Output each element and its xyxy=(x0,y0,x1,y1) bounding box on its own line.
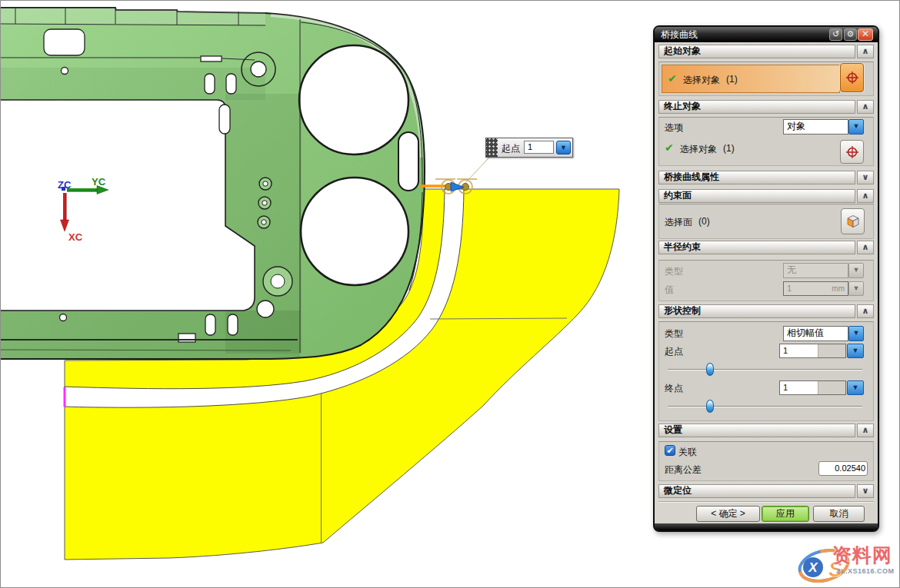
ok-button[interactable]: < 确定 > xyxy=(696,506,760,522)
associative-label: 关联 xyxy=(678,446,697,459)
tolerance-label: 距离公差 xyxy=(665,463,702,477)
end-magnitude-dropdown-button[interactable]: ▼ xyxy=(847,380,864,395)
radius-value-input: 1 mm xyxy=(783,281,848,296)
vent-slot xyxy=(398,132,418,191)
yc-axis-label: YC xyxy=(92,176,106,188)
chevron-up-icon[interactable]: ∧ xyxy=(857,189,874,203)
section-bridge-curve-props[interactable]: 桥接曲线属性 xyxy=(658,171,855,184)
dialog-title: 桥接曲线 xyxy=(661,29,698,40)
associative-checkbox[interactable]: ✔ xyxy=(665,445,675,456)
start-select-button[interactable] xyxy=(840,63,864,92)
check-icon: ✔ xyxy=(665,141,674,154)
close-icon[interactable]: ✕ xyxy=(858,28,873,41)
end-select-button[interactable] xyxy=(840,140,864,164)
end-select-object-count: (1) xyxy=(723,143,735,154)
drag-handle-icon[interactable] xyxy=(486,138,498,157)
tolerance-input[interactable]: 0.02540 xyxy=(818,461,868,476)
end-magnitude-label: 终点 xyxy=(665,382,683,395)
select-face-count: (0) xyxy=(698,216,710,227)
dialog-bottom-frame xyxy=(655,523,878,530)
section-start-object[interactable]: 起始对象 xyxy=(658,45,855,58)
chevron-up-icon[interactable]: ∧ xyxy=(857,304,874,318)
start-magnitude-input[interactable]: 1 xyxy=(779,344,846,358)
watermark: X S 资料网 ZL.XS1616.COM xyxy=(796,541,899,587)
start-point-input[interactable]: 1 xyxy=(524,141,554,154)
chevron-down-icon[interactable]: ∨ xyxy=(857,484,874,498)
check-icon: ✔ xyxy=(668,72,677,85)
speaker-hole-top xyxy=(299,45,408,154)
start-point-dropdown-button[interactable]: ▼ xyxy=(556,141,571,154)
dialog-titlebar[interactable]: 桥接曲线 ↺ ⚙ ✕ xyxy=(655,27,878,42)
svg-text:X: X xyxy=(808,560,818,575)
reset-icon[interactable]: ↺ xyxy=(829,28,842,41)
dropdown-arrow-icon: ▼ xyxy=(848,263,864,278)
cancel-button[interactable]: 取消 xyxy=(813,506,865,522)
chevron-up-icon[interactable]: ∧ xyxy=(857,424,874,437)
floating-start-point-toolbar[interactable]: 起点 1 ▼ xyxy=(485,138,573,158)
start-magnitude-dropdown-button[interactable]: ▼ xyxy=(847,344,864,358)
select-face-button[interactable] xyxy=(841,208,865,234)
chevron-up-icon[interactable]: ∧ xyxy=(857,241,874,254)
section-settings[interactable]: 设置 xyxy=(658,424,855,437)
crosshair-icon xyxy=(845,145,859,159)
chevron-up-icon[interactable]: ∧ xyxy=(857,100,874,114)
radius-type-dropdown: 无 xyxy=(783,263,848,278)
section-constraint-face[interactable]: 约束面 xyxy=(658,189,855,203)
chevron-up-icon[interactable]: ∧ xyxy=(857,45,874,58)
start-select-object-row[interactable]: ✔ 选择对象 (1) xyxy=(662,65,840,93)
radius-value-label: 值 xyxy=(665,284,674,297)
shape-type-dropdown[interactable]: 相切幅值 xyxy=(783,326,848,341)
dropdown-arrow-icon[interactable]: ▼ xyxy=(848,119,864,135)
model-interior-opening xyxy=(0,100,255,311)
bridge-curve-dialog: 桥接曲线 ↺ ⚙ ✕ 起始对象 ∧ ✔ 选择对象 (1) 终止对象 ∧ 选项 对… xyxy=(653,25,879,532)
select-face-label: 选择面 xyxy=(665,216,692,229)
section-radius-constraint[interactable]: 半径约束 xyxy=(658,241,855,254)
start-magnitude-label: 起点 xyxy=(665,345,683,358)
radius-type-label: 类型 xyxy=(665,265,683,278)
chevron-down-icon[interactable]: ∨ xyxy=(857,171,874,184)
start-magnitude-slider[interactable] xyxy=(668,369,862,370)
select-object-label: 选择对象 xyxy=(683,74,720,87)
end-magnitude-slider[interactable] xyxy=(668,406,862,407)
gear-icon[interactable]: ⚙ xyxy=(844,28,857,41)
select-object-count: (1) xyxy=(726,74,738,85)
section-end-object[interactable]: 终止对象 xyxy=(658,100,855,114)
option-label: 选项 xyxy=(665,121,683,135)
spinner-down-icon: ▼ xyxy=(848,281,864,296)
cube-icon xyxy=(845,213,862,230)
section-micro-positioning[interactable]: 微定位 xyxy=(658,484,855,498)
xc-axis-label: XC xyxy=(68,231,83,243)
end-select-object-label: 选择对象 xyxy=(680,143,717,156)
footer-separator xyxy=(658,501,874,503)
section-shape-control[interactable]: 形状控制 xyxy=(658,304,855,318)
zc-axis-label: ZC xyxy=(58,179,72,191)
watermark-site-name: 资料网 xyxy=(832,543,892,568)
apply-button[interactable]: 应用 xyxy=(762,506,809,522)
shape-type-label: 类型 xyxy=(665,327,683,341)
crosshair-icon xyxy=(845,71,859,85)
end-magnitude-input[interactable]: 1 xyxy=(779,380,846,395)
watermark-site-url: ZL.XS1616.COM xyxy=(836,567,895,575)
speaker-hole-bottom xyxy=(301,178,408,285)
end-magnitude-slider-thumb[interactable] xyxy=(706,400,714,413)
start-magnitude-slider-thumb[interactable] xyxy=(706,363,714,376)
dropdown-arrow-icon[interactable]: ▼ xyxy=(848,326,864,341)
unit-label: mm xyxy=(832,284,845,293)
start-point-label: 起点 xyxy=(502,142,520,155)
end-option-dropdown[interactable]: 对象 xyxy=(783,119,848,135)
